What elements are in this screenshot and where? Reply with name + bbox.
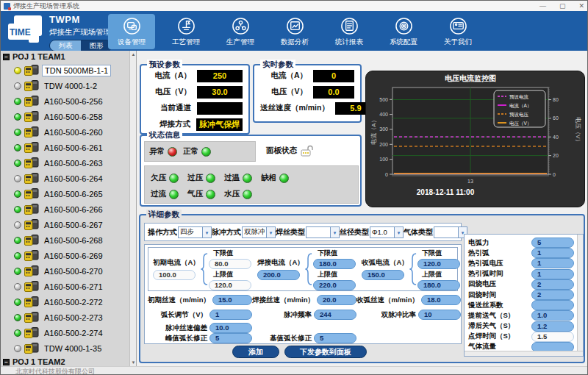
side-param-input[interactable]: 1.5 — [531, 332, 574, 342]
side-param-input[interactable]: 2 — [531, 290, 574, 300]
tree-item[interactable]: A160-500-6-265 — [1, 186, 130, 201]
side-param-label: 慢送丝系数 — [468, 301, 503, 310]
welder-machine-icon — [24, 296, 39, 307]
voltage-current-chart: 0100200300400500020406080预设电流电流（A）预设电压电压… — [365, 71, 585, 207]
side-param-input[interactable]: 1 — [531, 248, 574, 258]
nav-item-process[interactable]: 工艺管理 — [162, 14, 209, 49]
send-params-button[interactable]: 下发参数到面板 — [284, 346, 367, 358]
tree-item[interactable]: TDW 4000-1-2 — [1, 78, 130, 93]
close-icon[interactable]: ✕ — [578, 1, 584, 11]
scroll-down-icon[interactable]: ▼ — [130, 359, 137, 366]
param-input[interactable]: 20.0 — [317, 295, 356, 305]
tree-item[interactable]: A160-500-6-260 — [1, 124, 130, 140]
tree-item[interactable]: A160-500-6-263 — [1, 155, 130, 171]
lower-limit-input[interactable]: 80.0 — [209, 259, 251, 269]
chevron-down-icon[interactable]: ▾ — [330, 227, 339, 238]
welder-machine-icon — [24, 142, 39, 153]
value-label: 电流（A） — [147, 71, 197, 81]
chevron-down-icon[interactable]: ▾ — [202, 227, 211, 238]
nav-item-report[interactable]: 统计报表 — [326, 14, 373, 49]
gas-type-dropdown[interactable]: ▾ — [434, 226, 467, 238]
graph-view-button[interactable]: 图形 — [81, 40, 112, 51]
operation-mode-dropdown[interactable]: 四步 ▾ — [178, 226, 212, 238]
side-param-input[interactable]: 1 — [531, 269, 574, 279]
side-param-input[interactable] — [531, 300, 574, 310]
add-button[interactable]: 添加 — [232, 346, 279, 358]
scroll-up-icon[interactable]: ▲ — [130, 51, 137, 58]
tree-item[interactable]: A160-500-2-273 — [1, 310, 130, 325]
nav-item-about[interactable]: 关于我们 — [434, 14, 481, 49]
tree-item[interactable]: A160-500-6-268 — [1, 232, 130, 248]
current-value-input[interactable]: 150.0 — [362, 270, 404, 280]
value-row: 电流（A） 250 — [141, 68, 248, 84]
tree-item[interactable]: A160-500-6-258 — [1, 109, 130, 124]
param-cell: 脉冲丝速偏差 10.0 — [148, 323, 252, 333]
lower-limit-input[interactable]: 180.0 — [313, 259, 356, 269]
welder-machine-icon — [24, 327, 39, 338]
dropdown-label: 操作方式 — [148, 227, 177, 238]
tree-item[interactable]: A160-500-6-264 — [1, 171, 130, 186]
tree-item[interactable]: A160-500-2-274 — [1, 325, 130, 340]
side-param-input[interactable]: 5 — [531, 238, 574, 248]
tree-group-header[interactable]: −POJ 1 TEAM2 — [1, 356, 130, 366]
upper-limit-input[interactable]: 220.0 — [313, 280, 356, 290]
tree-group-header[interactable]: −POJ 1 TEAM1 — [1, 51, 130, 63]
collapse-icon[interactable]: − — [3, 359, 10, 365]
param-input[interactable]: 5 — [209, 333, 252, 343]
tree-item[interactable]: A160-500-6-261 — [1, 140, 130, 155]
nav-item-settings[interactable]: 系统配置 — [380, 14, 427, 49]
side-param-input[interactable]: 1.2 — [531, 321, 574, 332]
side-params-vscrollbar[interactable] — [577, 235, 583, 356]
tree-item[interactable]: TDN 5000MB-1-1 — [1, 63, 130, 78]
sidebar-scrollbar[interactable]: ▲ ▼ — [129, 51, 136, 366]
side-param-input[interactable]: 1 — [531, 258, 574, 268]
nav-item-analysis[interactable]: 数据分析 — [271, 14, 318, 49]
tree-item[interactable]: TDW 4000-1-35 — [1, 340, 130, 356]
side-param-input[interactable]: 2 — [531, 279, 574, 290]
nav-item-device[interactable]: 设备管理 — [108, 14, 155, 49]
device-name: TDW 4000-1-35 — [42, 343, 104, 354]
param-input[interactable]: 10.0 — [209, 323, 252, 333]
alarm-indicator: 过压 — [187, 173, 215, 183]
param-cell: 初期丝速（m/min） 15.0 — [148, 295, 252, 305]
list-view-button[interactable]: 列表 — [50, 40, 81, 51]
tree-item[interactable]: A160-500-6-266 — [1, 201, 130, 217]
param-input[interactable]: 5 — [314, 333, 356, 343]
alarm-indicator: 气压 — [187, 189, 215, 199]
collapse-icon[interactable]: − — [3, 54, 10, 60]
device-status-led — [14, 268, 21, 275]
tree-item[interactable]: A160-500-6-269 — [1, 248, 130, 263]
maximize-icon[interactable]: ▢ — [559, 1, 566, 11]
chevron-down-icon[interactable]: ▾ — [266, 227, 275, 238]
abnormal-normal-strip: 异常 正常 — [144, 141, 256, 162]
param-input[interactable]: 10 — [418, 310, 461, 320]
param-input[interactable]: 18.0 — [421, 295, 461, 305]
preset-params-panel: 预设参数 电流（A） 250 电压（V） 30.0 当前通道 焊接方式 脉冲气保… — [140, 64, 250, 135]
upper-limit-input[interactable]: 180.0 — [417, 280, 460, 290]
lower-limit-input[interactable]: 120.0 — [417, 259, 460, 269]
pulse-mode-group: 脉冲方式 双脉冲 ▾ — [212, 226, 276, 238]
current-value-input[interactable]: 200.0 — [257, 270, 300, 280]
wire-diameter-dropdown[interactable]: Φ1.0 ▾ — [370, 226, 404, 238]
svg-text:0: 0 — [553, 172, 556, 177]
side-params-hscrollbar[interactable] — [465, 351, 583, 356]
tree-item[interactable]: A160-500-6-271 — [1, 279, 130, 294]
nav-item-production[interactable]: 生产管理 — [217, 14, 264, 49]
pulse-mode-dropdown[interactable]: 双脉冲 ▾ — [242, 226, 276, 238]
tree-item[interactable]: A160-500-2-272 — [1, 294, 130, 310]
minimize-icon[interactable]: — — [539, 1, 546, 11]
current-value-input[interactable]: 100.0 — [153, 270, 196, 280]
param-input[interactable]: 244 — [314, 310, 356, 320]
tree-item[interactable]: A160-500-6-267 — [1, 217, 130, 232]
side-param-input[interactable]: 1.0 — [531, 310, 574, 321]
param-input[interactable]: 1 — [209, 310, 252, 320]
tree-item[interactable]: A160-500-6-270 — [1, 263, 130, 279]
param-input[interactable]: 15.0 — [212, 295, 252, 305]
value-label: 焊接方式 — [147, 119, 196, 129]
wire-type-dropdown[interactable]: ▾ — [306, 226, 340, 238]
tree-item[interactable]: A160-500-6-256 — [1, 93, 130, 109]
device-name: A160-500-6-270 — [42, 266, 105, 276]
chevron-down-icon[interactable]: ▾ — [394, 227, 403, 238]
brace-decoration — [304, 252, 312, 286]
upper-limit-input[interactable]: 120.0 — [209, 280, 251, 290]
